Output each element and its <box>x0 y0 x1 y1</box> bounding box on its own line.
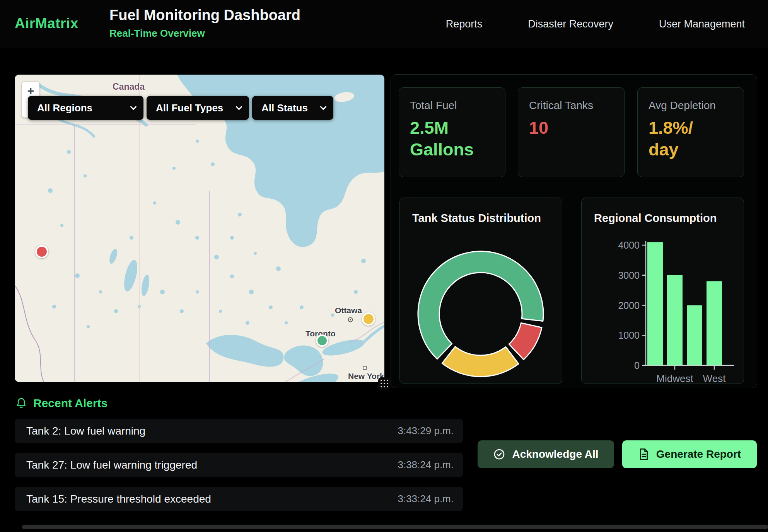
bell-icon <box>15 397 27 409</box>
status-filter-dropdown[interactable]: All Status <box>252 96 333 120</box>
title-block: Fuel Monitoring Dashboard Real-Time Over… <box>109 7 300 39</box>
chevron-down-icon <box>320 104 327 110</box>
stat-value: 2.5MGallons <box>410 117 494 160</box>
chart-title: Tank Status Distribution <box>412 212 541 225</box>
alert-message: Tank 15: Pressure threshold exceeded <box>26 493 211 505</box>
svg-text:0: 0 <box>634 360 640 371</box>
stat-value: 1.8%/day <box>649 117 733 160</box>
svg-text:Midwest: Midwest <box>656 373 693 384</box>
chevron-down-icon <box>236 104 242 110</box>
alert-message: Tank 27: Low fuel warning triggered <box>26 459 197 471</box>
page-title: Fuel Monitoring Dashboard <box>109 7 300 24</box>
svg-text:3000: 3000 <box>618 270 640 281</box>
regional-consumption-bar-chart: 01000200030004000MidwestWest <box>582 198 744 384</box>
recent-alerts-title: Recent Alerts <box>33 397 108 410</box>
alert-row[interactable]: Tank 2: Low fuel warning 3:43:29 p.m. <box>15 419 463 443</box>
document-icon <box>638 448 650 460</box>
nav-user-management[interactable]: User Management <box>659 18 745 30</box>
svg-text:West: West <box>703 373 726 384</box>
regional-consumption-card: Regional Consumption 01000200030004000Mi… <box>581 198 744 384</box>
stat-card-total-fuel: Total Fuel 2.5MGallons <box>399 87 505 177</box>
alert-time: 3:33:24 p.m. <box>398 493 454 505</box>
map-filters: All Regions All Fuel Types All Status <box>28 96 333 120</box>
app-logo[interactable]: AirMatrix <box>15 15 79 32</box>
region-filter-value: All Regions <box>37 102 92 114</box>
stat-label: Total Fuel <box>410 99 494 112</box>
acknowledge-all-label: Acknowledge All <box>512 448 598 460</box>
check-circle-icon <box>493 448 505 460</box>
region-filter-dropdown[interactable]: All Regions <box>28 96 143 120</box>
svg-text:1000: 1000 <box>618 330 640 341</box>
stat-value: 10 <box>529 117 613 139</box>
fuel-type-filter-dropdown[interactable]: All Fuel Types <box>147 96 249 120</box>
alert-message: Tank 2: Low fuel warning <box>26 425 145 437</box>
tank-marker-normal[interactable] <box>316 334 328 347</box>
svg-text:2000: 2000 <box>618 300 640 311</box>
map-panel[interactable]: Canada Ottawa Toronto New York + − All R… <box>15 75 384 382</box>
fuel-type-filter-value: All Fuel Types <box>156 102 223 114</box>
generate-report-button[interactable]: Generate Report <box>622 440 757 468</box>
stat-card-critical-tanks: Critical Tanks 10 <box>518 87 625 177</box>
stat-label: Avg Depletion <box>649 99 733 112</box>
chevron-down-icon <box>130 104 137 110</box>
alert-row[interactable]: Tank 15: Pressure threshold exceeded 3:3… <box>15 487 463 511</box>
tank-marker-critical[interactable] <box>35 245 48 258</box>
stat-card-avg-depletion: Avg Depletion 1.8%/day <box>637 87 744 177</box>
status-filter-value: All Status <box>261 102 308 114</box>
tank-marker-warning[interactable] <box>362 312 375 326</box>
map-resize-handle-icon[interactable] <box>378 377 391 390</box>
tank-status-donut-chart <box>400 198 562 384</box>
horizontal-scrollbar[interactable] <box>22 525 768 529</box>
alert-row[interactable]: Tank 27: Low fuel warning triggered 3:38… <box>15 453 463 477</box>
fuel-monitoring-dashboard: AirMatrix Fuel Monitoring Dashboard Real… <box>0 0 768 532</box>
header: AirMatrix Fuel Monitoring Dashboard Real… <box>0 0 768 48</box>
map-country-label: Canada <box>113 82 145 92</box>
svg-text:4000: 4000 <box>618 240 640 251</box>
main-nav: Reports Disaster Recovery User Managemen… <box>446 0 745 48</box>
map-city-label-ottawa: Ottawa <box>335 306 362 315</box>
tank-status-distribution-card: Tank Status Distribution <box>399 198 562 384</box>
recent-alerts-header: Recent Alerts <box>15 397 108 410</box>
nav-disaster-recovery[interactable]: Disaster Recovery <box>528 18 613 30</box>
generate-report-label: Generate Report <box>656 448 741 460</box>
alert-time: 3:38:24 p.m. <box>398 459 454 471</box>
page-subtitle: Real-Time Overview <box>109 27 300 39</box>
nav-reports[interactable]: Reports <box>446 18 483 30</box>
chart-title: Regional Consumption <box>594 212 717 225</box>
overview-panel: Total Fuel 2.5MGallons Critical Tanks 10… <box>391 74 757 388</box>
stat-label: Critical Tanks <box>529 99 613 112</box>
alert-time: 3:43:29 p.m. <box>398 425 454 437</box>
acknowledge-all-button[interactable]: Acknowledge All <box>478 440 614 468</box>
